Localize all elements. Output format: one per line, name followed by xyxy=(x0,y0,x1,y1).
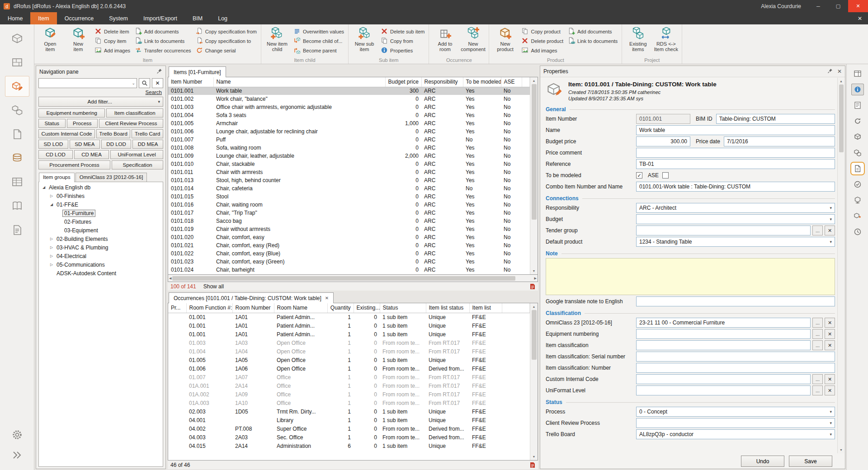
sidebar-module-products-icon[interactable] xyxy=(5,100,29,121)
pin-icon[interactable] xyxy=(827,68,833,75)
menu-tab-system[interactable]: System xyxy=(101,12,136,24)
table-row[interactable]: 0101.016Chair, waiting room0ARCYesNo xyxy=(168,201,530,209)
scroll-down-icon[interactable]: ▼ xyxy=(533,268,536,274)
table-row[interactable]: 0101.014Chair, cafeteria0ARCNoNo xyxy=(168,184,530,193)
table-row[interactable]: 04.0032A03Sec. Office10From room te...De… xyxy=(168,433,530,442)
change-serial-button[interactable]: Change serial xyxy=(193,46,259,55)
column-header-ase[interactable]: ASE xyxy=(501,77,522,87)
filter-button-procurement-process[interactable]: Procurement Process xyxy=(38,160,110,169)
price-date-input[interactable]: 7/1/2016 xyxy=(724,136,835,146)
properties-scrollbar[interactable]: ▲ ▼ xyxy=(837,78,844,453)
report-icon[interactable] xyxy=(530,283,535,290)
tree-item-alexia-english-db[interactable]: ◢Alexia English db xyxy=(39,183,163,192)
table-row[interactable]: 0101.003Office chair with armrests, ergo… xyxy=(168,103,530,111)
table-row[interactable]: 0101.020Chair, comfort, easy0ARCYesNo xyxy=(168,233,530,241)
existing-items-button[interactable]: Existingitems xyxy=(624,25,652,57)
show-all-link[interactable]: Show all xyxy=(203,283,224,290)
scroll-down-icon[interactable]: ▼ xyxy=(533,453,536,460)
link-to-documents-button[interactable]: Link to documents xyxy=(566,36,620,46)
name-input[interactable]: Work table xyxy=(636,125,835,135)
sidebar-module-tables-icon[interactable] xyxy=(5,172,29,193)
column-header-existing[interactable]: Existing... xyxy=(354,303,380,313)
filter-button-cd-mea[interactable]: CD MEA xyxy=(74,150,109,159)
table-row[interactable]: 01.0041A04Open Office10From room te...Fr… xyxy=(168,347,530,356)
clear-button[interactable]: ✕ xyxy=(825,329,835,339)
tree-item-02-building-elements[interactable]: ▷02-Building Elements xyxy=(39,235,163,243)
sidebar-module-items-icon[interactable] xyxy=(5,76,29,97)
tree-item-03-equipment[interactable]: 03-Equipment xyxy=(39,226,163,235)
column-header-name[interactable]: Name xyxy=(213,77,385,87)
add-images-button[interactable]: Add images xyxy=(519,46,566,55)
scroll-up-icon[interactable]: ▲ xyxy=(533,77,536,84)
column-header-item-list[interactable]: Item list xyxy=(469,303,502,313)
copy-item-button[interactable]: Copy item xyxy=(92,36,132,46)
filter-button-uniformat-level[interactable]: UniFormat Level xyxy=(110,150,163,159)
link-to-documents-button[interactable]: Link to documents xyxy=(132,36,193,46)
tree-item-01-furniture[interactable]: 01-Furniture xyxy=(39,209,163,217)
budget-price-input[interactable]: 300.00 xyxy=(636,136,690,146)
browse-button[interactable]: ... xyxy=(812,318,823,328)
panel-assembly-icon[interactable] xyxy=(851,194,864,206)
filter-button-client-review-process[interactable]: Client Review Process xyxy=(99,119,163,128)
default-product-select[interactable]: 1234 - Standing Table▾ xyxy=(636,237,835,247)
clear-button[interactable]: ✕ xyxy=(825,374,835,384)
panel-model-icon[interactable] xyxy=(851,131,864,143)
sidebar-module-reports-icon[interactable] xyxy=(5,196,29,216)
trello-board-select[interactable]: AL8zpQ3p - conductor▾ xyxy=(636,429,835,439)
rds-item-check-button[interactable]: RDS <->Item check xyxy=(652,25,680,57)
item-classification-serial-number-input[interactable] xyxy=(636,352,835,362)
menu-tab-bim[interactable]: BIM xyxy=(185,12,210,24)
column-header-item-list-status[interactable]: Item list status xyxy=(426,303,469,313)
scroll-down-icon[interactable]: ▼ xyxy=(840,446,843,453)
table-row[interactable]: 04.0152A14Administration601 sub itemUniq… xyxy=(168,442,530,450)
filter-button-item-classification[interactable]: Item classification xyxy=(106,108,163,118)
tree-item-05-communications[interactable]: ▷05-Communications xyxy=(39,260,163,269)
table-row[interactable]: 0101.004Sofa 3 seats0ARCYesNo xyxy=(168,111,530,119)
tree-expander-icon[interactable]: ▷ xyxy=(48,254,55,258)
panel-approval-icon[interactable] xyxy=(851,179,864,190)
table-row[interactable]: 0101.008Sofa, waiting room0ARCYesNo xyxy=(168,144,530,152)
table-row[interactable]: 01.0011A01Patient Admin...101 sub itemUn… xyxy=(168,330,530,338)
search-button[interactable] xyxy=(139,78,150,88)
sidebar-module-documents-icon[interactable] xyxy=(5,124,29,145)
table-row[interactable]: 0101.023Chair, comfort, easy (Green)0ARC… xyxy=(168,258,530,266)
table-row[interactable]: 0101.021Chair, comfort, easy (Red)0ARCYe… xyxy=(168,241,530,249)
new-product-button[interactable]: Newproduct xyxy=(491,25,519,57)
collapse-ribbon-icon[interactable]: ✕ xyxy=(852,12,868,24)
ase-checkbox[interactable] xyxy=(662,172,669,179)
column-header-pr[interactable]: Pr... xyxy=(168,303,186,313)
table-row[interactable]: 02.0031D05Trmt Rm. Dirty...101 sub itemU… xyxy=(168,407,530,416)
become-child-of-button[interactable]: Become child of... xyxy=(291,36,346,46)
table-row[interactable]: 01.0071A07Office10From room te...From RT… xyxy=(168,373,530,381)
table-row[interactable]: 01.0011A01Patient Admin...101 sub itemUn… xyxy=(168,321,530,330)
table-row[interactable]: 0101.001Work table300ARCYesNo xyxy=(168,87,530,95)
clear-button[interactable]: ✕ xyxy=(825,385,835,395)
panel-documents-icon[interactable] xyxy=(851,163,864,174)
table-row[interactable]: 0101.013Stool, high, behind counter0ARCY… xyxy=(168,176,530,184)
scroll-thumb[interactable] xyxy=(532,310,537,360)
clear-button[interactable]: ✕ xyxy=(825,318,835,328)
properties-button[interactable]: Properties xyxy=(378,46,427,55)
table-row[interactable]: 04.001Library101 sub itemUniqueFF&E xyxy=(168,416,530,424)
tree-expander-icon[interactable]: ▷ xyxy=(48,263,55,267)
responsibility-select[interactable]: ARC - Architect▾ xyxy=(636,203,835,213)
note-textarea[interactable] xyxy=(546,258,835,295)
column-header-status[interactable]: Status xyxy=(380,303,426,313)
add-to-room-button[interactable]: Add toroom xyxy=(431,25,459,57)
sidebar-module-specifications-icon[interactable] xyxy=(5,220,29,240)
delete-product-button[interactable]: Delete product xyxy=(519,36,566,46)
table-row[interactable]: 01A.0012A14Office10From room te...From R… xyxy=(168,381,530,390)
delete-item-button[interactable]: Delete item xyxy=(92,27,132,36)
client-review-process-select[interactable]: ▾ xyxy=(636,418,835,428)
table-row[interactable]: 01.0061A06Open Office10From room te...De… xyxy=(168,364,530,373)
tree-item-02-fixtures[interactable]: 02-Fixtures xyxy=(39,217,163,226)
overwritten-values-button[interactable]: Overwritten values xyxy=(291,27,346,36)
scroll-thumb[interactable] xyxy=(532,84,537,220)
clear-button[interactable]: ✕ xyxy=(825,226,835,235)
tree-item-adsk-autodesk-content[interactable]: ADSK-Autodesk Content xyxy=(39,269,163,277)
equipment-numbering-input[interactable] xyxy=(636,329,811,339)
column-header-item-number[interactable]: Item Number xyxy=(168,77,213,87)
panel-log-icon[interactable] xyxy=(851,226,864,238)
panel-component-icon[interactable] xyxy=(851,210,864,222)
menu-tab-log[interactable]: Log xyxy=(210,12,235,24)
